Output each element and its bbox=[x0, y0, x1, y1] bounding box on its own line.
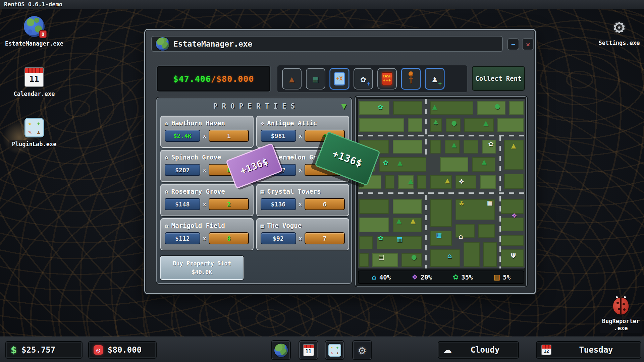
tray-settings[interactable]: ⚙ bbox=[353, 341, 371, 359]
map-parcel[interactable] bbox=[359, 118, 404, 132]
map-parcel[interactable] bbox=[430, 140, 441, 153]
plant-icon: ✿ bbox=[453, 273, 459, 281]
map-marker-house-cyan-icon: ⌂ bbox=[447, 253, 452, 259]
property-name: Crystal Towers bbox=[267, 188, 321, 195]
toolbar-scarecrow-tool-button[interactable]: † bbox=[401, 68, 421, 89]
toolbar-market-machine-tool-button[interactable]: ▦ bbox=[306, 68, 325, 89]
map-stat-plant: ✿35% bbox=[453, 273, 473, 281]
toolbar-cabin-tool-button[interactable]: ▲ bbox=[282, 68, 302, 89]
map-parcel[interactable] bbox=[509, 101, 524, 114]
plant-icon: ✿ bbox=[165, 222, 168, 229]
price-button[interactable]: $148 bbox=[165, 198, 200, 210]
globe-icon bbox=[156, 37, 169, 51]
map-parcel[interactable] bbox=[393, 140, 423, 153]
tray-calendar[interactable]: 11 bbox=[299, 341, 318, 359]
city-map[interactable]: ✿▲●♣●▲▲✿▲✿▲▲▲▲❖♣▦❖▲▲✿▦▦⌂▤●⌂Ψ bbox=[358, 99, 525, 268]
map-marker-restaurant-white-icon: Ψ bbox=[511, 253, 516, 259]
toolbar-multiplier-card-tool-button[interactable]: +X bbox=[330, 68, 349, 89]
map-marker-building-cyan-icon: ▦ bbox=[397, 236, 403, 242]
day-value: Tuesday bbox=[556, 345, 636, 355]
multiply-symbol: x bbox=[203, 167, 206, 173]
map-parcel[interactable] bbox=[417, 175, 426, 189]
close-button[interactable]: ✕ bbox=[522, 38, 534, 50]
icon-label: Settings.exe bbox=[596, 39, 642, 47]
property-name: Hawthorn Haven bbox=[171, 119, 225, 127]
price-button[interactable]: $112 bbox=[165, 232, 200, 244]
map-parcel[interactable] bbox=[372, 253, 398, 266]
property-card[interactable]: ✿Marigold Field$112x8 bbox=[160, 218, 254, 250]
buy-property-slot-button[interactable]: Buy Property Slot $40.0K bbox=[160, 256, 244, 280]
map-parcel[interactable] bbox=[464, 140, 478, 153]
stat-value: 35% bbox=[461, 274, 473, 281]
icon-label: BugReporter .exe bbox=[600, 317, 642, 333]
tray-estate-manager[interactable] bbox=[272, 341, 290, 359]
icon-label: PluginLab.exe bbox=[9, 140, 59, 148]
toolbar-plant-add-tool-button[interactable]: ✿+ bbox=[354, 68, 373, 89]
map-parcel[interactable] bbox=[501, 235, 524, 246]
toolbar: ▲▦+X✿+CASH+++†♟+ bbox=[277, 65, 468, 93]
property-card[interactable]: ▦Crystal Towers$136x6 bbox=[256, 184, 350, 216]
count-button[interactable]: 8 bbox=[209, 232, 249, 244]
map-parcel[interactable] bbox=[359, 253, 369, 266]
filter-funnel-icon[interactable]: ▼ bbox=[341, 101, 346, 111]
map-parcel[interactable] bbox=[464, 118, 494, 132]
map-parcel[interactable] bbox=[359, 236, 373, 249]
map-parcel[interactable] bbox=[440, 157, 468, 172]
map-parcel[interactable] bbox=[359, 101, 389, 114]
collect-rent-button[interactable]: Collect Rent bbox=[472, 66, 525, 91]
map-parcel[interactable] bbox=[359, 199, 389, 214]
map-parcel[interactable] bbox=[478, 224, 495, 237]
count-button[interactable]: 7 bbox=[305, 232, 345, 244]
map-parcel[interactable] bbox=[430, 199, 452, 227]
property-card[interactable]: ✿Rosemary Grove$148x2 bbox=[160, 184, 254, 216]
property-card[interactable]: ▦The Vogue$92x7 bbox=[256, 218, 350, 250]
house-icon: ⌂ bbox=[165, 120, 168, 127]
tray-plugin-lab[interactable]: ★✚ ✎♟ bbox=[325, 341, 344, 359]
funds-display: $47.406/$80.000 bbox=[156, 65, 271, 92]
dollar-icon: $ bbox=[11, 346, 17, 354]
property-card[interactable]: ⌂Hawthorn Haven$2.4Kx1 bbox=[160, 116, 254, 148]
map-marker-pine-icon: ▲ bbox=[397, 159, 402, 166]
map-parcel[interactable] bbox=[480, 175, 496, 189]
price-button[interactable]: $2.4K bbox=[165, 130, 200, 142]
price-button[interactable]: $207 bbox=[165, 164, 200, 176]
property-name: Spinach Grove bbox=[171, 154, 221, 161]
count-button[interactable]: 1 bbox=[209, 130, 249, 142]
map-parcel[interactable] bbox=[393, 101, 423, 114]
map-parcel[interactable] bbox=[359, 218, 389, 232]
map-parcel[interactable] bbox=[483, 242, 497, 267]
price-button[interactable]: $136 bbox=[261, 198, 296, 210]
map-stat-house: ⌂40% bbox=[372, 273, 391, 281]
desktop-icon-bug-reporter[interactable]: BugReporter .exe bbox=[596, 298, 644, 333]
price-button[interactable]: $92 bbox=[261, 232, 296, 244]
map-parcel[interactable] bbox=[385, 175, 394, 189]
map-parcel[interactable] bbox=[430, 249, 460, 267]
multiply-symbol: x bbox=[203, 201, 206, 207]
toolbar-cash-card-tool-button[interactable]: CASH+++ bbox=[377, 68, 397, 89]
map-parcel[interactable] bbox=[504, 174, 524, 189]
window-titlebar[interactable]: EstateManager.exe bbox=[151, 36, 503, 52]
multiply-symbol: x bbox=[203, 133, 206, 139]
market-machine-tool-icon: ▦ bbox=[313, 74, 318, 83]
map-parcel[interactable] bbox=[393, 199, 422, 214]
desktop-icon-estate-manager[interactable]: 8 EstateManager.exe bbox=[7, 16, 61, 48]
cloud-icon: ☁ bbox=[443, 346, 452, 354]
desktop-icon-calendar[interactable]: 11 Calendar.exe bbox=[7, 67, 61, 98]
minimize-button[interactable]: − bbox=[507, 38, 519, 50]
desktop-icon-settings[interactable]: ⚙ Settings.exe bbox=[592, 17, 644, 47]
count-button[interactable]: 6 bbox=[305, 198, 345, 210]
gear-icon: ⚙ bbox=[359, 344, 366, 356]
map-parcel[interactable] bbox=[408, 118, 422, 132]
map-parcel[interactable] bbox=[464, 242, 480, 267]
map-marker-plant-teal-icon: ✿ bbox=[378, 104, 383, 110]
map-parcel[interactable] bbox=[501, 218, 524, 231]
cash-card-icon: CASH+++ bbox=[382, 72, 392, 85]
map-marker-tree-round-icon: ● bbox=[451, 119, 457, 126]
desktop-icon-plugin-lab[interactable]: ★✚ ✎♟ PluginLab.exe bbox=[7, 118, 61, 148]
price-button[interactable]: $981 bbox=[261, 130, 296, 142]
map-parcel[interactable] bbox=[497, 118, 524, 132]
map-parcel[interactable] bbox=[477, 101, 506, 114]
count-button[interactable]: 2 bbox=[209, 198, 249, 210]
toolbar-tenant-add-tool-button[interactable]: ♟+ bbox=[425, 68, 444, 89]
taskbar-money: $ $25.757 bbox=[5, 341, 83, 359]
